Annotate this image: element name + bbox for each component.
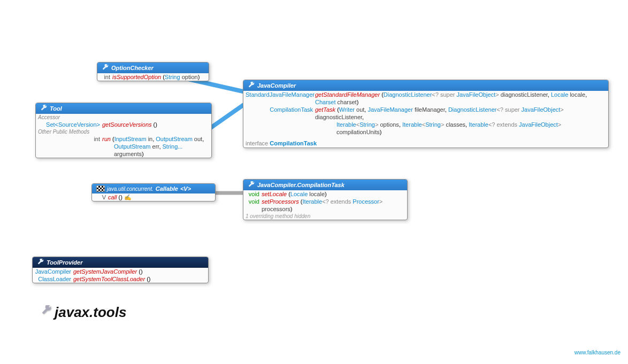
method-call: V call () ✍: [92, 193, 215, 201]
header-compilation-task: JavaCompiler.CompilationTask: [243, 180, 407, 190]
method-getsystemjavacompiler: JavaCompiler getSystemJavaCompiler (): [33, 268, 208, 275]
wrench-icon: [41, 304, 52, 321]
header-tool: Tool: [36, 103, 211, 114]
title-java-compiler: JavaCompiler: [257, 82, 296, 89]
wrench-icon: [40, 105, 48, 112]
class-option-checker: OptionChecker int isSupportedOption (Str…: [97, 62, 209, 81]
package-name: javax.tools: [55, 304, 126, 321]
package-caption: javax.tools: [41, 304, 126, 321]
class-tool: Tool Accessor Set<SourceVersion> getSour…: [35, 103, 212, 158]
method-setlocale: void setLocale (Locale locale): [243, 190, 407, 198]
header-callable: java.util.concurrent.Callable <V>: [92, 184, 215, 193]
title-tool: Tool: [50, 105, 62, 112]
class-java-compiler: JavaCompiler StandardJavaFileManager get…: [243, 80, 609, 148]
method-gettask: CompilationTask getTask (Writer out, Jav…: [243, 106, 608, 121]
method-setprocessors: void setProcessors (Iterable<? extends P…: [243, 198, 407, 213]
type-params: <V>: [180, 185, 191, 192]
title-callable: Callable: [156, 185, 178, 192]
header-tool-provider: ToolProvider: [33, 257, 208, 268]
title-option-checker: OptionChecker: [111, 65, 154, 71]
method-gettask-cont: Iterable<String> options, Iterable<Strin…: [243, 121, 608, 136]
other-methods-label: Other Public Methods: [36, 128, 211, 135]
wrench-icon: [248, 181, 255, 189]
class-compilation-task: JavaCompiler.CompilationTask void setLoc…: [243, 179, 408, 220]
hidden-methods-note: 1 overriding method hidden: [243, 213, 407, 220]
wrench-icon: [37, 259, 44, 266]
pkg-prefix: java.util.concurrent.: [107, 186, 154, 192]
svg-line-1: [211, 105, 243, 128]
class-tool-provider: ToolProvider JavaCompiler getSystemJavaC…: [32, 257, 209, 283]
method-run-cont: OutputStream err, String... arguments): [36, 143, 211, 158]
wrench-icon: [102, 64, 109, 72]
method-getstandardfilemanager: StandardJavaFileManager getStandardFileM…: [243, 91, 608, 106]
footer-link[interactable]: www.falkhausen.de: [575, 350, 621, 355]
header-java-compiler: JavaCompiler: [243, 80, 608, 91]
title-tool-provider: ToolProvider: [47, 259, 82, 266]
method-issupportedoption: int isSupportedOption (String option): [97, 73, 209, 81]
wrench-icon: [248, 82, 255, 89]
inner-interface: interface CompilationTask: [243, 139, 608, 148]
method-getsystemtoolclassloader: ClassLoader getSystemToolClassLoader (): [33, 275, 208, 283]
method-getsourceversions: Set<SourceVersion> getSourceVersions (): [36, 121, 211, 128]
header-option-checker: OptionChecker: [97, 63, 209, 73]
title-compilation-task: JavaCompiler.CompilationTask: [257, 182, 344, 188]
method-run: int run (InputStream in, OutputStream ou…: [36, 135, 211, 143]
class-callable: java.util.concurrent.Callable <V> V call…: [91, 183, 216, 202]
flag-icon: [96, 185, 105, 192]
accessor-label: Accessor: [36, 114, 211, 121]
